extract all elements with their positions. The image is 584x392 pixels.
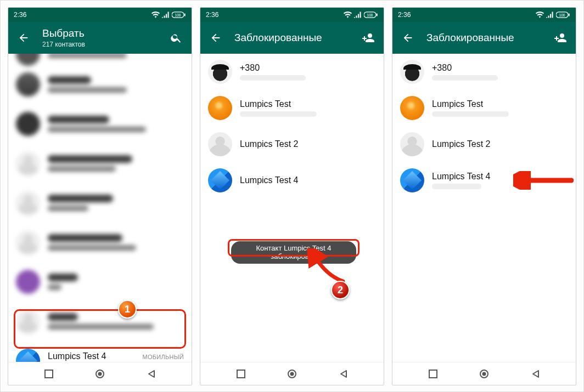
- screen-subtitle: 217 контактов: [42, 41, 158, 48]
- contact-name: Lumpics Test 2: [240, 139, 376, 149]
- nav-home[interactable]: [473, 368, 495, 379]
- avatar-icon: [400, 96, 424, 120]
- system-nav-bar: [200, 362, 384, 385]
- list-item[interactable]: [8, 104, 192, 144]
- contact-status-hidden: [240, 111, 317, 117]
- contact-name: Lumpics Test 4: [48, 351, 106, 361]
- avatar-icon: [208, 96, 232, 120]
- contact-name: +380: [240, 63, 376, 73]
- blocked-contact[interactable]: Lumpics Test 2: [392, 126, 576, 162]
- blocked-contact-lumpics-test-4[interactable]: Lumpics Test 4: [200, 162, 384, 198]
- avatar-icon: [16, 349, 40, 362]
- contact-name: +380: [432, 63, 568, 73]
- svg-text:100: 100: [367, 13, 373, 17]
- contact-name: Lumpics Test 4: [432, 172, 568, 181]
- svg-text:100: 100: [175, 13, 181, 17]
- battery-icon: 100: [172, 12, 186, 18]
- contact-name: Lumpics Test: [240, 99, 376, 109]
- svg-rect-3: [45, 370, 53, 378]
- contact-name: Lumpics Test 4: [240, 175, 376, 185]
- blocked-contact[interactable]: +380: [200, 54, 384, 90]
- list-item[interactable]: [8, 54, 192, 65]
- contact-status-hidden: [432, 111, 509, 117]
- wifi-icon: [151, 12, 160, 18]
- nav-home[interactable]: [89, 368, 111, 379]
- app-bar: Заблокированные: [200, 22, 384, 54]
- status-bar: 2:36 100: [8, 8, 192, 22]
- add-contact-button[interactable]: [361, 31, 376, 44]
- back-button[interactable]: [208, 32, 223, 44]
- wifi-icon: [344, 12, 352, 18]
- avatar-icon: [208, 60, 232, 84]
- nav-back[interactable]: [333, 370, 355, 378]
- svg-rect-15: [429, 370, 437, 378]
- system-nav-bar: [392, 362, 576, 385]
- contact-name: Lumpics Test 2: [432, 139, 568, 149]
- contacts-list[interactable]: Lumpics Test 4 МОБИЛЬНЫЙ Hey there! I am…: [8, 54, 192, 362]
- screen-title: Заблокированные: [234, 32, 350, 44]
- list-item[interactable]: [8, 144, 192, 183]
- svg-point-5: [98, 372, 102, 376]
- annotation-step-badge-1: 1: [118, 300, 137, 319]
- screen-blocked-with-toast: 2:36 100 Заблокированные +380 L: [200, 7, 384, 385]
- blocked-contact[interactable]: Lumpics Test: [200, 90, 384, 126]
- nav-back[interactable]: [141, 370, 162, 378]
- add-contact-button[interactable]: [553, 31, 568, 44]
- nav-back[interactable]: [525, 370, 547, 378]
- blocked-contact[interactable]: Lumpics Test: [392, 90, 576, 126]
- blocked-list[interactable]: +380 Lumpics Test Lumpics Test 2 Lumpics…: [200, 54, 384, 362]
- screen-blocked-final: 2:36 100 Заблокированные +380 L: [392, 7, 576, 385]
- nav-recents[interactable]: [230, 370, 252, 378]
- system-nav-bar: [8, 362, 192, 385]
- status-bar: 2:36 100: [392, 8, 576, 22]
- battery-icon: 100: [556, 12, 570, 18]
- svg-rect-1: [184, 13, 186, 16]
- signal-icon: [546, 12, 554, 18]
- list-item[interactable]: [8, 302, 192, 341]
- avatar-icon: [208, 132, 232, 156]
- blocked-list[interactable]: +380 Lumpics Test Lumpics Test 2 Lumpics…: [392, 54, 576, 362]
- nav-recents[interactable]: [38, 370, 60, 378]
- svg-point-11: [290, 372, 294, 376]
- back-button[interactable]: [400, 32, 415, 44]
- status-time: 2:36: [14, 11, 26, 19]
- blocked-contact[interactable]: +380: [392, 54, 576, 90]
- status-time: 2:36: [398, 11, 411, 19]
- signal-icon: [162, 12, 170, 18]
- svg-rect-13: [569, 13, 570, 16]
- contact-status-hidden: [240, 75, 306, 81]
- status-indicators: 100: [151, 12, 186, 18]
- screen-contacts-picker: 2:36 100 Выбрать 217 контактов: [8, 7, 192, 385]
- signal-icon: [354, 12, 362, 18]
- wifi-icon: [536, 12, 544, 18]
- list-item[interactable]: [8, 65, 192, 104]
- back-button[interactable]: [16, 32, 31, 44]
- contact-name: Lumpics Test: [432, 99, 568, 109]
- svg-rect-9: [237, 370, 245, 378]
- contact-type: МОБИЛЬНЫЙ: [142, 354, 184, 360]
- blocked-contact[interactable]: Lumpics Test 2: [200, 126, 384, 162]
- nav-home[interactable]: [281, 368, 303, 379]
- status-indicators: 100: [344, 12, 378, 18]
- avatar-icon: [400, 60, 424, 84]
- contact-status-hidden: [432, 75, 498, 81]
- svg-rect-7: [377, 13, 378, 16]
- avatar-icon: [400, 168, 424, 192]
- list-item[interactable]: [8, 262, 192, 302]
- contact-status-hidden: [432, 184, 481, 189]
- list-item[interactable]: [8, 223, 192, 262]
- avatar-icon: [208, 168, 232, 192]
- app-bar: Выбрать 217 контактов: [8, 22, 192, 54]
- screen-title: Выбрать: [42, 27, 158, 39]
- avatar-icon: [400, 132, 424, 156]
- nav-recents[interactable]: [422, 370, 444, 378]
- blocked-contact-lumpics-test-4[interactable]: Lumpics Test 4: [392, 162, 576, 198]
- screen-title: Заблокированные: [426, 32, 542, 44]
- app-bar: Заблокированные: [392, 22, 576, 54]
- search-button[interactable]: [169, 32, 184, 44]
- status-bar: 2:36 100: [200, 8, 384, 22]
- battery-icon: 100: [364, 12, 378, 18]
- list-item[interactable]: [8, 183, 192, 223]
- contact-lumpics-test-4[interactable]: Lumpics Test 4 МОБИЛЬНЫЙ Hey there! I am…: [8, 341, 192, 362]
- annotation-step-badge-2: 2: [331, 281, 350, 299]
